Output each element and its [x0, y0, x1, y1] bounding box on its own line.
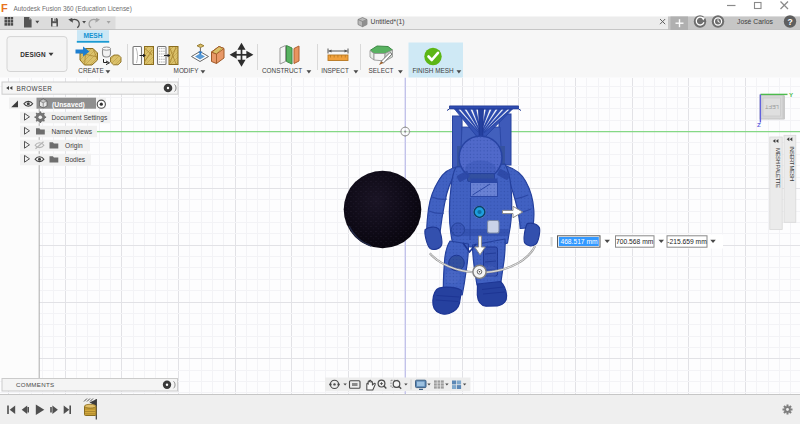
svg-text:MESH PALETTE: MESH PALETTE — [775, 148, 782, 188]
svg-text:Autodesk Fusion 360 (Education: Autodesk Fusion 360 (Education License) — [14, 5, 132, 13]
svg-text:F: F — [1, 2, 8, 14]
svg-text:MODIFY: MODIFY — [174, 67, 200, 74]
svg-text:Document Settings: Document Settings — [52, 114, 108, 122]
svg-text:Origin: Origin — [65, 142, 83, 150]
svg-text:Bodies: Bodies — [65, 156, 86, 163]
svg-text:COMMENTS: COMMENTS — [16, 381, 55, 388]
svg-text:LEFT: LEFT — [765, 104, 779, 110]
svg-text:DESIGN: DESIGN — [20, 51, 46, 58]
svg-text:SELECT: SELECT — [369, 67, 394, 74]
svg-text:Z: Z — [757, 121, 761, 128]
svg-text:INSPECT: INSPECT — [321, 67, 349, 74]
svg-text:?: ? — [787, 17, 792, 27]
svg-text:700.568 mm: 700.568 mm — [616, 238, 654, 245]
svg-text:CONSTRUCT: CONSTRUCT — [262, 67, 302, 74]
svg-text:(Unsaved): (Unsaved) — [52, 101, 85, 109]
svg-text:Untitled*(1): Untitled*(1) — [371, 18, 405, 26]
svg-text:BROWSER: BROWSER — [17, 85, 53, 92]
svg-text:468.517 mm: 468.517 mm — [560, 238, 598, 245]
svg-text:-215.659 mm: -215.659 mm — [667, 238, 707, 245]
svg-text:FINISH MESH: FINISH MESH — [412, 67, 454, 74]
svg-text:INSERT MESH: INSERT MESH — [789, 146, 796, 181]
svg-text:CREATE: CREATE — [78, 67, 103, 74]
svg-text:José Carlos: José Carlos — [737, 18, 773, 25]
svg-text:Named Views: Named Views — [52, 128, 93, 135]
svg-text:MESH: MESH — [83, 32, 102, 39]
